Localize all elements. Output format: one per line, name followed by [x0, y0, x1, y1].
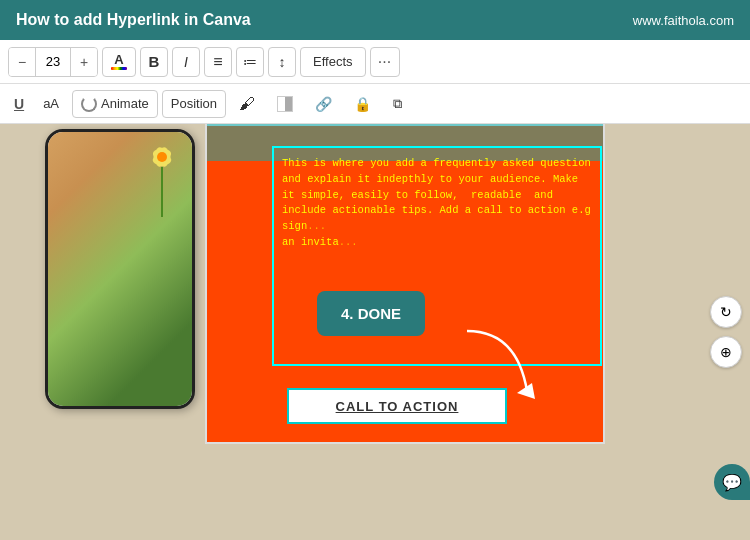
position-button[interactable]: Position: [162, 90, 226, 118]
svg-point-5: [157, 152, 167, 162]
canvas-area: This is where you add a frequently asked…: [0, 124, 750, 540]
checker-button[interactable]: [268, 90, 302, 118]
lock-icon: 🔒: [354, 96, 371, 112]
phone-mockup: [45, 129, 195, 409]
font-color-icon: A: [111, 53, 127, 70]
design-canvas[interactable]: This is where you add a frequently asked…: [205, 124, 605, 444]
effects-button[interactable]: Effects: [300, 47, 366, 77]
cta-button[interactable]: CALL TO ACTION: [287, 388, 507, 424]
paint-icon: 🖌: [239, 95, 255, 113]
list-button[interactable]: ≔: [236, 47, 264, 77]
italic-button[interactable]: I: [172, 47, 200, 77]
align-button[interactable]: ≡: [204, 47, 232, 77]
font-color-button[interactable]: A: [102, 47, 136, 77]
font-size-increase-button[interactable]: +: [71, 47, 97, 77]
bold-button[interactable]: B: [140, 47, 168, 77]
link-button[interactable]: 🔗: [306, 90, 341, 118]
animate-icon: [81, 96, 97, 112]
link-icon: 🔗: [315, 96, 332, 112]
tooltip-popup: 4. DONE: [317, 291, 425, 336]
font-size-decrease-button[interactable]: −: [9, 47, 35, 77]
page-title: How to add Hyperlink in Canva: [16, 11, 251, 29]
svg-marker-6: [517, 383, 535, 399]
spacing-button[interactable]: ↕: [268, 47, 296, 77]
case-button[interactable]: aA: [34, 90, 68, 118]
paint-button[interactable]: 🖌: [230, 90, 264, 118]
font-size-group: − +: [8, 47, 98, 77]
animate-button[interactable]: Animate: [72, 90, 158, 118]
copy-icon: ⧉: [393, 96, 402, 112]
refresh-icon-button[interactable]: ↻: [710, 296, 742, 328]
checker-icon: [277, 96, 293, 112]
chat-bubble-button[interactable]: 💬: [714, 464, 750, 500]
chat-icon: 💬: [722, 473, 742, 492]
header-banner: How to add Hyperlink in Canva www.faitho…: [0, 0, 750, 40]
toolbar1: − + A B I ≡ ≔ ↕ Effects ···: [0, 40, 750, 84]
font-size-input[interactable]: [35, 47, 71, 77]
move-icon: ⊕: [720, 344, 732, 360]
right-icons: ↻ ⊕: [710, 296, 742, 368]
move-icon-button[interactable]: ⊕: [710, 336, 742, 368]
underline-button[interactable]: U: [8, 94, 30, 114]
refresh-icon: ↻: [720, 304, 732, 320]
toolbar2: U aA Animate Position 🖌 🔗 🔒 ⧉: [0, 84, 750, 124]
website-label: www.faithola.com: [633, 13, 734, 28]
more-options-button[interactable]: ···: [370, 47, 400, 77]
lock-button[interactable]: 🔒: [345, 90, 380, 118]
copy-button[interactable]: ⧉: [384, 90, 411, 118]
flower-decoration: [142, 137, 182, 217]
text-content: This is where you add a frequently asked…: [282, 156, 592, 251]
